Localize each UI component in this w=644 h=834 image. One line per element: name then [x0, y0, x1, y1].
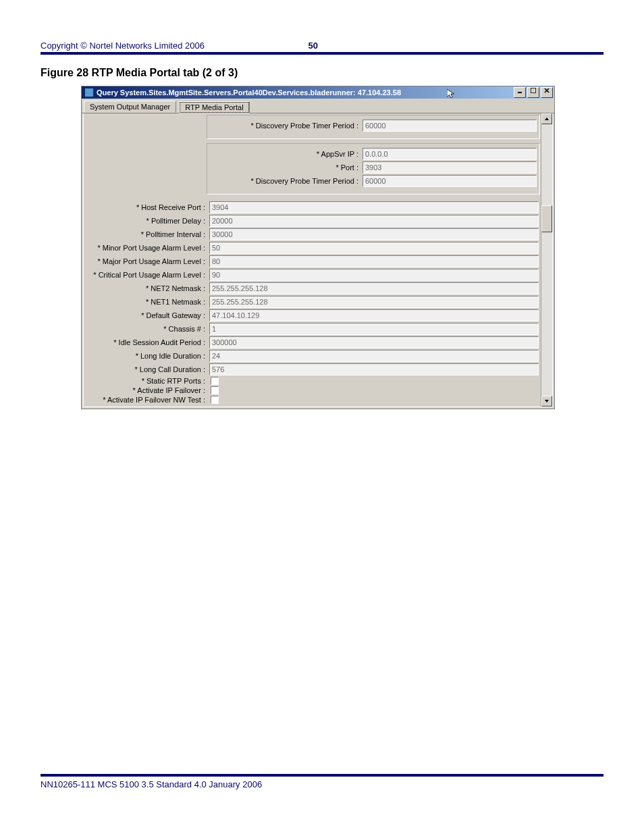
- field-value[interactable]: 576: [209, 363, 539, 375]
- checkbox[interactable]: [211, 377, 219, 385]
- field-value[interactable]: 255.255.255.128: [209, 296, 539, 308]
- scroll-thumb[interactable]: [541, 205, 552, 232]
- field-label: * Activate IP Failover NW Test :: [86, 396, 209, 404]
- field-row: * Long Call Duration :576: [86, 363, 539, 375]
- app-icon: [84, 88, 94, 97]
- field-value[interactable]: 60000: [363, 175, 537, 187]
- field-row: * NET2 Netmask :255.255.255.128: [86, 282, 539, 294]
- field-label: * Idle Session Audit Period :: [86, 338, 209, 346]
- field-value[interactable]: 300000: [209, 336, 539, 348]
- field-label: * Minor Port Usage Alarm Level :: [86, 244, 209, 252]
- field-value[interactable]: 24: [209, 350, 539, 362]
- field-label: * Activate IP Failover :: [86, 386, 209, 394]
- field-label: * Discovery Probe Timer Period :: [210, 122, 363, 130]
- check-row: * Static RTP Ports :: [86, 377, 539, 385]
- field-label: * Long Call Duration :: [86, 365, 209, 373]
- field-row: * Polltimer Delay :20000: [86, 215, 539, 227]
- field-value[interactable]: 60000: [363, 120, 537, 132]
- field-discovery-probe-a: * Discovery Probe Timer Period : 60000: [210, 120, 537, 132]
- field-value[interactable]: 3904: [209, 201, 539, 213]
- field-row: * Long Idle Duration :24: [86, 350, 539, 362]
- main-fields: * Host Receive Port :3904* Polltimer Del…: [205, 199, 541, 407]
- field-label: * Static RTP Ports :: [86, 377, 209, 385]
- cursor-icon: [447, 89, 456, 99]
- field-row: * Chassis # :1: [86, 323, 539, 335]
- tabs-row: System Output Manager RTP Media Portal: [82, 99, 554, 113]
- field-label: * NET1 Netmask :: [86, 298, 209, 306]
- field-discovery-probe-b: * Discovery Probe Timer Period : 60000: [210, 175, 537, 187]
- field-row: * Minor Port Usage Alarm Level :50: [86, 242, 539, 254]
- figure-wrap: Query System.Sites.MgmtSite.Servers.Port…: [41, 86, 603, 409]
- copyright-text: Copyright © Nortel Networks Limited 2006: [41, 41, 205, 51]
- field-row: * Critical Port Usage Alarm Level :90: [86, 269, 539, 281]
- field-row: * NET1 Netmask :255.255.255.128: [86, 296, 539, 308]
- field-value[interactable]: 1: [209, 323, 539, 335]
- scrollbar: [541, 113, 552, 407]
- field-value[interactable]: 50: [209, 242, 539, 254]
- field-row: * Polltimer Interval :30000: [86, 228, 539, 240]
- minimize-button[interactable]: [514, 87, 526, 98]
- field-row: * Host Receive Port :3904: [86, 201, 539, 213]
- minimize-icon: [517, 88, 522, 93]
- scroll-down-button[interactable]: [541, 396, 552, 407]
- app-window: Query System.Sites.MgmtSite.Servers.Port…: [81, 86, 555, 409]
- scroll-track[interactable]: [541, 124, 552, 396]
- top-group-b: * AppSvr IP : 0.0.0.0 * Port : 3903 * Di…: [207, 143, 540, 194]
- maximize-button[interactable]: [527, 87, 539, 98]
- field-label: * Long Idle Duration :: [86, 352, 209, 360]
- field-row: * Default Gateway :47.104.10.129: [86, 309, 539, 321]
- field-row: * Idle Session Audit Period :300000: [86, 336, 539, 348]
- tab-rtp-media-portal[interactable]: RTP Media Portal: [179, 101, 249, 113]
- field-appsvr-ip: * AppSvr IP : 0.0.0.0: [210, 148, 537, 160]
- field-label: * Port :: [210, 163, 363, 172]
- field-label: * Chassis # :: [86, 325, 209, 333]
- field-value[interactable]: 90: [209, 269, 539, 281]
- field-label: * Critical Port Usage Alarm Level :: [86, 271, 209, 279]
- figure-caption: Figure 28 RTP Media Portal tab (2 of 3): [41, 67, 603, 79]
- scroll-up-button[interactable]: [541, 113, 552, 124]
- svg-rect-0: [518, 92, 522, 93]
- titlebar-buttons: [512, 87, 553, 98]
- field-row: * Major Port Usage Alarm Level :80: [86, 255, 539, 267]
- close-icon: [544, 88, 549, 93]
- field-port: * Port : 3903: [210, 161, 537, 174]
- field-label: * Polltimer Delay :: [86, 217, 209, 225]
- check-row: * Activate IP Failover :: [86, 386, 539, 394]
- svg-rect-1: [531, 88, 536, 93]
- field-label: * NET2 Netmask :: [86, 284, 209, 292]
- field-label: * Major Port Usage Alarm Level :: [86, 257, 209, 265]
- checkbox[interactable]: [211, 386, 219, 394]
- field-value[interactable]: 3903: [363, 161, 537, 174]
- window-title: Query System.Sites.MgmtSite.Servers.Port…: [97, 86, 401, 99]
- field-label: * Discovery Probe Timer Period :: [210, 177, 363, 185]
- field-label: * Default Gateway :: [86, 311, 209, 319]
- field-value[interactable]: 255.255.255.128: [209, 282, 539, 294]
- page-number: 50: [308, 41, 318, 51]
- check-row: * Activate IP Failover NW Test :: [86, 396, 539, 404]
- page-footer: NN10265-111 MCS 5100 3.5 Standard 4.0 Ja…: [41, 774, 603, 789]
- content-right: * Discovery Probe Timer Period : 60000 *…: [205, 113, 552, 407]
- chevron-down-icon: [544, 398, 549, 404]
- field-label: * Polltimer Interval :: [86, 230, 209, 238]
- tab-system-output-manager[interactable]: System Output Manager: [84, 101, 176, 113]
- close-button[interactable]: [541, 87, 553, 98]
- chevron-up-icon: [544, 116, 549, 122]
- field-label: * Host Receive Port :: [86, 203, 209, 211]
- title-bar: Query System.Sites.MgmtSite.Servers.Port…: [82, 86, 554, 99]
- field-value[interactable]: 0.0.0.0: [363, 148, 537, 160]
- maximize-icon: [531, 88, 536, 93]
- content-area: * Discovery Probe Timer Period : 60000 *…: [83, 113, 553, 407]
- top-group-a: * Discovery Probe Timer Period : 60000: [207, 115, 540, 139]
- field-value[interactable]: 47.104.10.129: [209, 309, 539, 321]
- field-value[interactable]: 20000: [209, 215, 539, 227]
- field-value[interactable]: 80: [209, 255, 539, 267]
- field-label: * AppSvr IP :: [210, 150, 363, 158]
- field-value[interactable]: 30000: [209, 228, 539, 240]
- page-header: Copyright © Nortel Networks Limited 2006…: [41, 41, 603, 55]
- checkbox[interactable]: [211, 396, 219, 404]
